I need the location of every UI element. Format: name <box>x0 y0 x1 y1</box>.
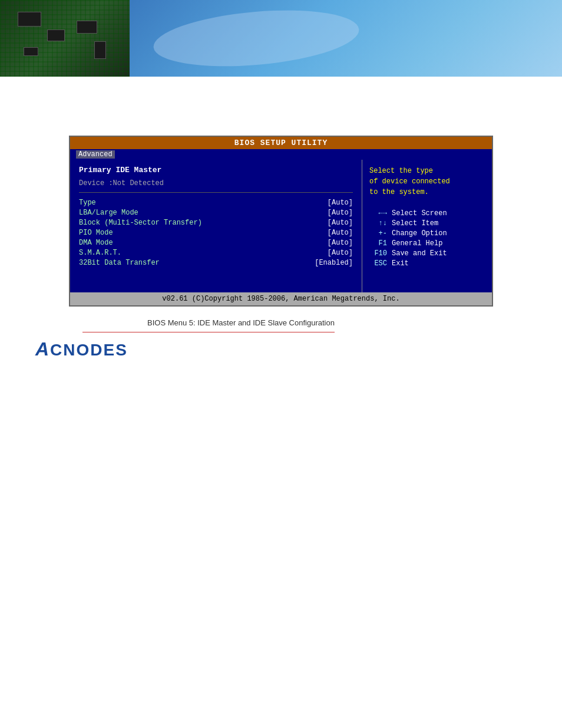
acnodes-logo: ACNODES <box>35 338 544 360</box>
acnodes-rest: CNODES <box>50 341 128 359</box>
pcb-chip <box>24 47 38 56</box>
bios-key-description: Exit <box>392 259 409 268</box>
bios-section-title: Primary IDE Master <box>79 166 353 174</box>
bios-setting-value: [Auto] <box>328 249 353 257</box>
bios-setting-name: LBA/Large Mode <box>79 209 138 217</box>
bios-keys-section: ←→Select Screen↑↓Select Item+-Change Opt… <box>369 209 485 268</box>
bios-title-bar: BIOS SETUP UTILITY <box>70 137 492 149</box>
bios-key-description: Select Screen <box>392 209 447 218</box>
bios-help-text: Select the type of device connected to t… <box>369 166 485 197</box>
acnodes-a-icon: A <box>35 338 50 360</box>
bios-setting-name: Type <box>79 199 96 207</box>
bios-device-line: Device :Not Detected <box>79 179 353 193</box>
bios-menu-bar: Advanced <box>70 149 492 160</box>
bios-main-area: Primary IDE Master Device :Not Detected … <box>70 160 492 292</box>
main-content: BIOS SETUP UTILITY Advanced Primary IDE … <box>0 77 562 372</box>
bios-key-symbol: F10 <box>369 249 387 258</box>
bios-setting-row: PIO Mode[Auto] <box>79 229 353 237</box>
header-ellipse <box>151 3 362 74</box>
bios-menu-advanced[interactable]: Advanced <box>76 150 115 159</box>
bios-key-description: Change Option <box>392 229 447 238</box>
bios-help-line3: to the system. <box>369 188 429 196</box>
bios-key-row: ESCExit <box>369 259 485 268</box>
bios-setting-row: S.M.A.R.T.[Auto] <box>79 249 353 257</box>
bios-setting-row: Type[Auto] <box>79 199 353 207</box>
bios-key-description: General Help <box>392 239 442 248</box>
bios-title: BIOS SETUP UTILITY <box>234 139 328 147</box>
bios-help-line2: of device connected <box>369 177 450 186</box>
bios-setting-value: [Auto] <box>328 219 353 227</box>
header-blue-area <box>130 0 562 77</box>
bios-key-description: Select Item <box>392 219 438 228</box>
bios-setting-name: S.M.A.R.T. <box>79 249 121 257</box>
bios-setting-row: DMA Mode[Auto] <box>79 239 353 247</box>
bios-footer: v02.61 (C)Copyright 1985-2006, American … <box>70 292 492 305</box>
bios-setting-value: [Auto] <box>328 209 353 217</box>
bios-key-symbol: +- <box>369 229 387 238</box>
bios-key-symbol: ←→ <box>369 209 387 218</box>
bios-screen: BIOS SETUP UTILITY Advanced Primary IDE … <box>69 136 493 307</box>
bios-setting-name: DMA Mode <box>79 239 113 247</box>
bios-setting-row: 32Bit Data Transfer[Enabled] <box>79 259 353 267</box>
pcb-chip <box>77 21 97 34</box>
bios-help-line1: Select the type <box>369 167 433 175</box>
bios-key-row: ↑↓Select Item <box>369 219 485 228</box>
bios-right-panel: Select the type of device connected to t… <box>362 160 492 292</box>
bios-key-symbol: ESC <box>369 259 387 268</box>
pcb-image <box>0 0 130 77</box>
bios-setting-name: Block (Multi-Sector Transfer) <box>79 219 202 227</box>
bios-settings-table: Type[Auto]LBA/Large Mode[Auto]Block (Mul… <box>79 199 353 267</box>
bios-key-row: +-Change Option <box>369 229 485 238</box>
bios-left-panel: Primary IDE Master Device :Not Detected … <box>70 160 362 292</box>
bios-caption: BIOS Menu 5: IDE Master and IDE Slave Co… <box>147 318 335 330</box>
pcb-chip <box>18 12 41 27</box>
bios-key-row: ←→Select Screen <box>369 209 485 218</box>
bios-key-symbol: ↑↓ <box>369 219 387 228</box>
pcb-chip <box>94 41 106 59</box>
acnodes-logo-text: ACNODES <box>35 338 128 360</box>
bios-setting-row: Block (Multi-Sector Transfer)[Auto] <box>79 219 353 227</box>
bios-setting-value: [Enabled] <box>315 259 353 267</box>
bios-setting-name: PIO Mode <box>79 229 113 237</box>
bios-setting-value: [Auto] <box>328 239 353 247</box>
bios-setting-value: [Auto] <box>328 229 353 237</box>
header-banner <box>0 0 562 77</box>
bios-setting-value: [Auto] <box>328 199 353 207</box>
bios-key-row: F1General Help <box>369 239 485 248</box>
pcb-chip <box>47 29 65 41</box>
bios-key-row: F10Save and Exit <box>369 249 485 258</box>
bios-setting-row: LBA/Large Mode[Auto] <box>79 209 353 217</box>
bios-key-description: Save and Exit <box>392 249 447 258</box>
bios-setting-name: 32Bit Data Transfer <box>79 259 160 267</box>
bios-key-symbol: F1 <box>369 239 387 248</box>
